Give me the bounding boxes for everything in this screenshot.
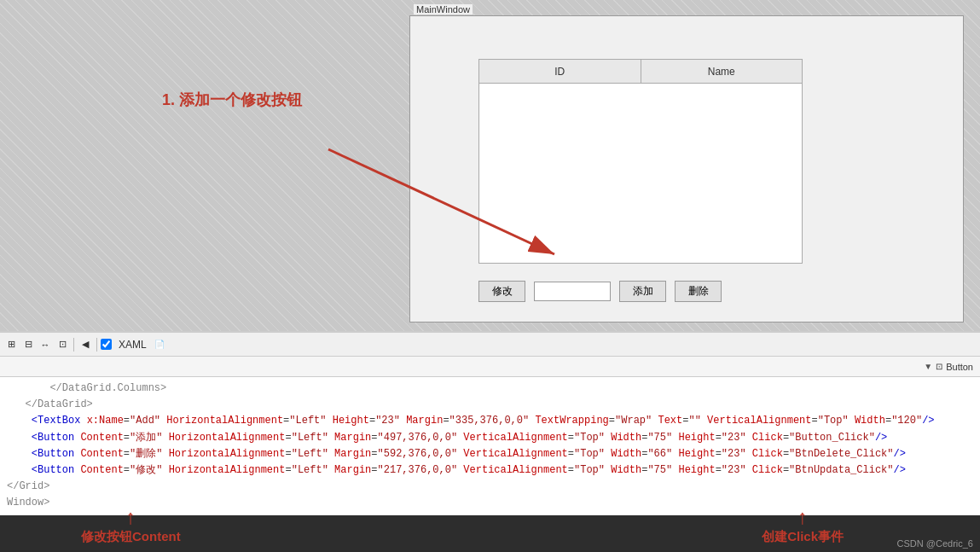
textbox-add[interactable] (534, 282, 611, 301)
properties-bar: ▼ ⊡ Button (0, 357, 980, 377)
code-val-left1: "Left" (289, 415, 326, 427)
code-eq1: = (124, 415, 130, 427)
code-line-6: <Button Content="修改" HorizontalAlignment… (7, 462, 973, 479)
code-val-top1: "Top" (818, 415, 849, 427)
annotation-right: ↑ 创建Click事件 (762, 507, 844, 545)
code-editor: </DataGrid.Columns> </DataGrid> <TextBox… (0, 377, 980, 515)
annotation-1-text: 1. 添加一个修改按钮 (162, 90, 302, 110)
code-text-1: </DataGrid.Columns> (7, 382, 166, 394)
main-window-title: MainWindow (414, 4, 473, 15)
toolbar-divider (73, 338, 74, 352)
annotation-right-label: 创建Click事件 (762, 529, 844, 545)
datagrid-col-name: Name (641, 60, 803, 83)
code-attr-w1: Width (849, 415, 885, 427)
code-line-3: <TextBox x:Name="Add" HorizontalAlignmen… (7, 413, 973, 429)
datagrid-header: ID Name (479, 60, 802, 84)
code-line-4: <Button Content="添加" HorizontalAlignment… (7, 430, 973, 446)
code-eq7: = (812, 415, 818, 427)
code-attr-ha: HorizontalAlignment (160, 415, 283, 427)
grid-icon[interactable]: ⊞ (3, 337, 19, 352)
code-val-empty: "" (688, 415, 700, 427)
code-tag-btn1: <Button (7, 432, 80, 444)
code-line-1: </DataGrid.Columns> (7, 381, 973, 397)
code-val-23-1: "23" (375, 415, 400, 427)
xaml-tab-label[interactable]: XAML (115, 337, 150, 352)
design-icon[interactable]: ⊡ (55, 337, 70, 352)
code-attr-text: Text (652, 415, 682, 427)
add-button[interactable]: 添加 (619, 281, 666, 302)
toolbar-strip: ⊞ ⊟ ↔ ⊡ ◀ XAML 📄 (0, 333, 980, 357)
arrow-up-left: ↑ (125, 507, 136, 527)
datagrid-body (479, 84, 802, 263)
code-val-120: "120" (891, 415, 922, 427)
code-attr-va1: VerticalAlignment (701, 415, 812, 427)
code-val-add: "Add" (130, 415, 160, 427)
button-type-icon: ⊡ (936, 362, 942, 371)
code-tag-textbox: <TextBox (32, 415, 87, 427)
code-val-margin1: "335,376,0,0" (449, 415, 530, 427)
code-text-2: </DataGrid> (7, 398, 93, 410)
datagrid-col-id: ID (479, 60, 641, 83)
split-icon[interactable]: ↔ (38, 337, 53, 352)
code-text-3 (7, 415, 32, 427)
code-attr-margin1: Margin (400, 415, 443, 427)
code-attr-content1: Content (80, 432, 123, 444)
properties-dropdown-arrow: ▼ (924, 362, 932, 371)
xaml-file-icon[interactable]: 📄 (152, 337, 167, 352)
code-attr-name: x:Name (87, 415, 124, 427)
delete-button[interactable]: 删除 (675, 281, 722, 302)
bottom-panel: ⊞ ⊟ ↔ ⊡ ◀ XAML 📄 ▼ ⊡ Button </DataGrid.C… (0, 333, 980, 552)
toolbar-divider-2 (96, 338, 97, 352)
code-attr-h: Height (327, 415, 369, 427)
annotation-left: ↑ 修改按钮Content (81, 507, 181, 545)
datagrid-preview: ID Name (478, 59, 803, 264)
code-line-5: <Button Content="删除" HorizontalAlignment… (7, 446, 973, 462)
code-close-textbox: /> (922, 415, 934, 427)
xaml-checkbox[interactable] (101, 339, 112, 350)
list-icon[interactable]: ⊟ (20, 337, 36, 352)
collapse-icon[interactable]: ◀ (78, 337, 93, 352)
code-eq4: = (443, 415, 449, 427)
code-eq5: = (609, 415, 615, 427)
design-area: MainWindow ID Name 修改 添加 删除 1. 添加一个修改按钮 (0, 0, 980, 333)
code-line-7: </Grid> (7, 479, 973, 495)
code-attr-tw: TextWrapping (529, 415, 609, 427)
modify-button[interactable]: 修改 (478, 281, 525, 302)
csdn-watermark: CSDN @Cedric_6 (897, 538, 973, 549)
arrow-up-right: ↑ (797, 507, 808, 527)
code-val-wrap: "Wrap" (615, 415, 652, 427)
buttons-row: 修改 添加 删除 (478, 281, 722, 302)
main-window-preview: MainWindow ID Name 修改 添加 删除 (409, 15, 964, 322)
properties-type-label: Button (946, 362, 973, 372)
code-line-2: </DataGrid> (7, 397, 973, 413)
annotation-left-label: 修改按钮Content (81, 529, 181, 545)
